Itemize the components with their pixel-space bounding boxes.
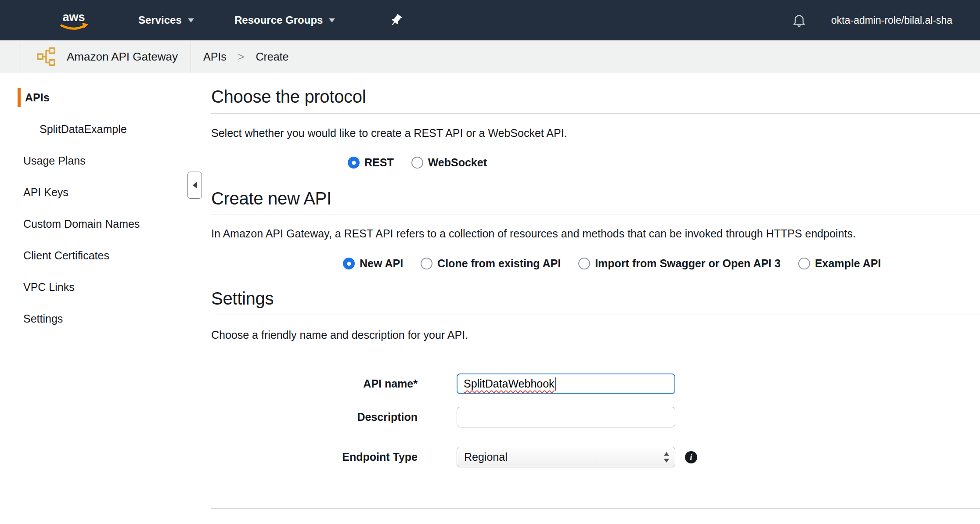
breadcrumb-apis[interactable]: APIs xyxy=(203,50,227,63)
divider xyxy=(211,315,980,315)
endpoint-type-value: Regional xyxy=(464,451,508,463)
text-cursor xyxy=(555,377,556,391)
account-menu[interactable]: okta-admin-role/bilal.al-sha xyxy=(831,0,952,40)
chevron-down-icon xyxy=(188,18,194,22)
radio-option-import-swagger[interactable]: Import from Swagger or Open API 3 xyxy=(578,257,781,270)
radio-option-new-api[interactable]: New API xyxy=(343,257,403,270)
radio-checked-icon xyxy=(343,258,355,269)
svg-text:aws: aws xyxy=(62,11,85,24)
radio-option-clone-api[interactable]: Clone from existing API xyxy=(421,257,561,270)
chevron-down-icon xyxy=(329,18,335,22)
api-name-value: SplitDataWebhook xyxy=(464,377,555,390)
description-label: Description xyxy=(211,411,418,424)
divider xyxy=(211,215,980,215)
main-content: Choose the protocol Select whether you w… xyxy=(204,73,980,524)
description-row: Description xyxy=(211,407,980,427)
radio-unchecked-icon xyxy=(411,157,423,169)
sidebar: APIs SplitDataExample Usage Plans API Ke… xyxy=(0,73,203,524)
settings-description: Choose a friendly name and description f… xyxy=(211,328,980,342)
api-name-row: API name* SplitDataWebhook xyxy=(211,373,980,394)
services-label: Services xyxy=(138,14,182,26)
endpoint-type-select[interactable]: Regional xyxy=(457,447,675,467)
section-title-choose-protocol: Choose the protocol xyxy=(211,86,980,108)
settings-form: API name* SplitDataWebhook Description E… xyxy=(211,373,980,467)
resource-groups-label: Resource Groups xyxy=(234,14,323,26)
chevron-left-icon xyxy=(193,182,197,189)
protocol-description: Select whether you would like to create … xyxy=(211,126,980,140)
sidebar-item-usage-plans[interactable]: Usage Plans xyxy=(0,145,203,176)
pin-icon-button[interactable] xyxy=(389,0,403,40)
divider xyxy=(191,40,191,73)
divider xyxy=(21,40,21,73)
sidebar-collapse-button[interactable] xyxy=(187,172,202,199)
api-name-input[interactable]: SplitDataWebhook xyxy=(457,373,675,394)
aws-logo[interactable]: aws xyxy=(55,9,92,32)
radio-unchecked-icon xyxy=(578,258,590,269)
api-source-radio-group: New API Clone from existing API Import f… xyxy=(343,257,980,270)
sidebar-item-custom-domain-names[interactable]: Custom Domain Names xyxy=(0,208,203,240)
endpoint-type-row: Endpoint Type Regional i xyxy=(211,447,980,467)
radio-option-websocket[interactable]: WebSocket xyxy=(411,156,487,169)
protocol-radio-group: REST WebSocket xyxy=(348,156,980,169)
divider xyxy=(211,113,980,114)
radio-option-rest[interactable]: REST xyxy=(348,156,394,169)
account-name: okta-admin-role/bilal.al-sha xyxy=(831,14,952,26)
create-api-description: In Amazon API Gateway, a REST API refers… xyxy=(211,226,980,241)
radio-option-example-api[interactable]: Example API xyxy=(798,257,881,270)
section-title-create-new-api: Create new API xyxy=(211,187,980,209)
resource-groups-menu[interactable]: Resource Groups xyxy=(234,0,335,40)
pin-icon xyxy=(386,11,406,30)
select-stepper-icon xyxy=(663,452,670,463)
radio-checked-icon xyxy=(348,157,360,169)
breadcrumb-separator: > xyxy=(238,50,245,63)
api-name-label: API name* xyxy=(211,377,418,390)
breadcrumb-create: Create xyxy=(256,50,288,63)
radio-unchecked-icon xyxy=(798,258,810,269)
endpoint-type-label: Endpoint Type xyxy=(211,451,418,463)
top-nav-bar: aws Services Resource Groups okta-admin-… xyxy=(0,0,980,40)
notifications-bell-icon[interactable] xyxy=(791,0,807,40)
section-title-settings: Settings xyxy=(211,287,980,309)
breadcrumb-bar: Amazon API Gateway APIs > Create xyxy=(0,40,980,73)
description-input[interactable] xyxy=(457,407,675,427)
api-gateway-icon xyxy=(36,47,56,67)
breadcrumb: APIs > Create xyxy=(203,40,288,73)
sidebar-item-api-keys[interactable]: API Keys xyxy=(0,176,203,208)
sidebar-item-client-certificates[interactable]: Client Certificates xyxy=(0,240,203,271)
sidebar-item-apis[interactable]: APIs xyxy=(0,82,203,113)
divider xyxy=(211,508,980,509)
sidebar-item-vpc-links[interactable]: VPC Links xyxy=(0,271,203,303)
services-menu[interactable]: Services xyxy=(138,0,194,40)
sidebar-item-splitdataexample[interactable]: SplitDataExample xyxy=(0,113,203,145)
radio-unchecked-icon xyxy=(421,258,432,269)
service-name[interactable]: Amazon API Gateway xyxy=(67,40,178,73)
info-icon[interactable]: i xyxy=(685,451,697,463)
sidebar-item-settings[interactable]: Settings xyxy=(0,303,203,334)
